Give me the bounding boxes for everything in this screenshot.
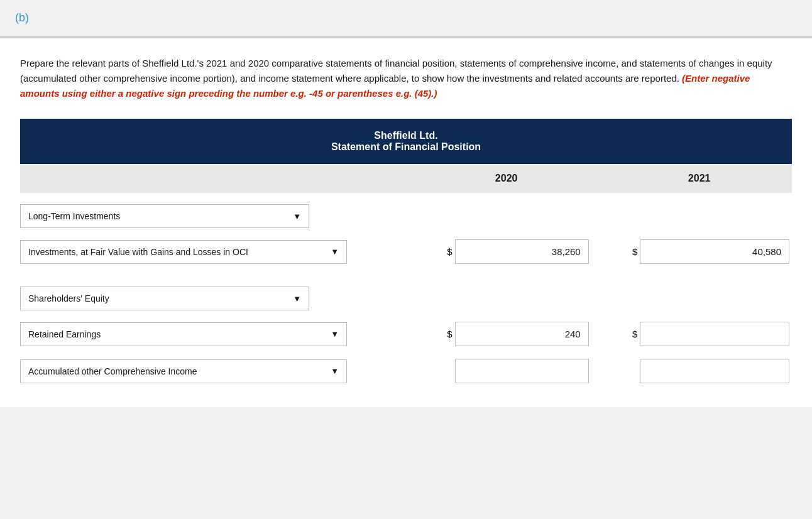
row-spacer <box>20 270 792 280</box>
input-2021-oci[interactable] <box>640 359 789 383</box>
dollar-2021-investments: $ <box>606 233 637 270</box>
empty-input-2021-se <box>637 280 792 315</box>
input-2020-oci-cell <box>453 352 591 390</box>
header-spacer <box>591 164 607 193</box>
spacer-investments <box>591 233 607 270</box>
table-header-row: Sheffield Ltd. Statement of Financial Po… <box>20 119 792 164</box>
input-2021-oci-cell <box>637 352 792 390</box>
input-2021-re-cell <box>637 315 792 352</box>
shareholders-equity-label: Shareholders' Equity <box>21 287 285 310</box>
input-2021-investments-cell <box>637 233 792 270</box>
empty-spacer-se <box>591 280 607 315</box>
instructions-normal: Prepare the relevant parts of Sheffield … <box>20 58 772 84</box>
input-2020-re-cell <box>453 315 591 352</box>
shareholders-equity-dropdown[interactable]: Shareholders' Equity ▼ <box>20 287 309 310</box>
input-2020-re[interactable] <box>455 322 589 346</box>
accumulated-oci-label: Accumulated other Comprehensive Income <box>21 360 323 383</box>
table-header-cell: Sheffield Ltd. Statement of Financial Po… <box>20 119 792 164</box>
empty-input-2020 <box>453 193 591 233</box>
table-row: Investments, at Fair Value with Gains an… <box>20 233 792 270</box>
retained-earnings-label: Retained Earnings <box>21 323 323 346</box>
header-label-empty <box>20 164 422 193</box>
section-label: (b) <box>15 11 29 24</box>
year-header-row: 2020 2021 <box>20 164 792 193</box>
empty-input-2021 <box>637 193 792 233</box>
chevron-down-icon[interactable]: ▼ <box>285 288 309 310</box>
investments-fair-value-label: Investments, at Fair Value with Gains an… <box>21 241 323 263</box>
empty-input-2020-se <box>453 280 591 315</box>
company-name: Sheffield Ltd. <box>26 130 786 141</box>
header-2020: 2020 <box>422 164 591 193</box>
page-container: (b) Prepare the relevant parts of Sheffi… <box>0 0 812 519</box>
chevron-down-icon[interactable]: ▼ <box>323 323 346 345</box>
financial-table: Sheffield Ltd. Statement of Financial Po… <box>20 119 792 390</box>
empty-dollar-2020 <box>422 193 453 233</box>
empty-dollar-2020-se <box>422 280 453 315</box>
dollar-2020-investments: $ <box>422 233 453 270</box>
chevron-down-icon[interactable]: ▼ <box>323 360 346 382</box>
retained-earnings-cell: Retained Earnings ▼ <box>20 315 422 352</box>
shareholders-equity-cell: Shareholders' Equity ▼ <box>20 280 422 315</box>
input-2020-investments[interactable] <box>455 239 589 264</box>
input-2020-oci[interactable] <box>455 359 589 383</box>
chevron-down-icon[interactable]: ▼ <box>285 205 309 227</box>
dollar-2021-re: $ <box>606 315 637 352</box>
table-row: Accumulated other Comprehensive Income ▼ <box>20 352 792 390</box>
input-2021-re[interactable] <box>640 322 789 346</box>
main-content: Prepare the relevant parts of Sheffield … <box>0 37 812 407</box>
statement-title: Statement of Financial Position <box>26 141 786 153</box>
empty-dollar-2021-se <box>606 280 637 315</box>
investments-fair-value-cell: Investments, at Fair Value with Gains an… <box>20 233 422 270</box>
instructions: Prepare the relevant parts of Sheffield … <box>20 56 792 101</box>
input-2020-investments-cell <box>453 233 591 270</box>
investments-fair-value-dropdown[interactable]: Investments, at Fair Value with Gains an… <box>20 240 347 264</box>
long-term-investments-label: Long-Term Investments <box>21 205 285 227</box>
spacer-oci <box>591 352 607 390</box>
spacer-re <box>591 315 607 352</box>
accumulated-oci-dropdown[interactable]: Accumulated other Comprehensive Income ▼ <box>20 359 347 383</box>
table-row: Shareholders' Equity ▼ <box>20 280 792 315</box>
chevron-down-icon[interactable]: ▼ <box>323 241 346 263</box>
header-2021: 2021 <box>606 164 792 193</box>
spacer-row <box>20 270 792 280</box>
retained-earnings-dropdown[interactable]: Retained Earnings ▼ <box>20 322 347 346</box>
dollar-2020-re: $ <box>422 315 453 352</box>
input-2021-investments[interactable] <box>640 239 789 264</box>
section-header: (b) <box>0 0 812 37</box>
long-term-investments-dropdown[interactable]: Long-Term Investments ▼ <box>20 204 309 228</box>
section-label-cell: Long-Term Investments ▼ <box>20 193 422 233</box>
table-row: Long-Term Investments ▼ <box>20 193 792 233</box>
empty-dollar-2021 <box>606 193 637 233</box>
dollar-2021-oci <box>606 352 637 390</box>
empty-spacer <box>591 193 607 233</box>
accumulated-oci-cell: Accumulated other Comprehensive Income ▼ <box>20 352 422 390</box>
table-row: Retained Earnings ▼ $ $ <box>20 315 792 352</box>
dollar-2020-oci <box>422 352 453 390</box>
